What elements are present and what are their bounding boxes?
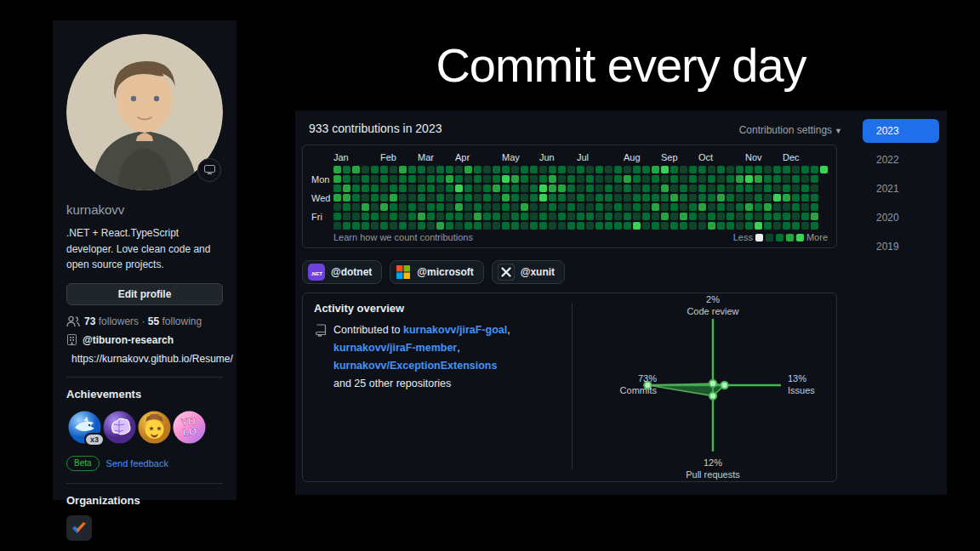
contribution-cell[interactable]	[745, 203, 753, 211]
contribution-cell[interactable]	[558, 213, 566, 220]
contribution-cell[interactable]	[333, 175, 341, 183]
contribution-cell[interactable]	[427, 185, 435, 192]
contribution-cell[interactable]	[446, 203, 453, 211]
contribution-cell[interactable]	[652, 194, 659, 202]
contribution-cell[interactable]	[502, 194, 510, 202]
contribution-cell[interactable]	[493, 203, 500, 211]
contribution-cell[interactable]	[352, 175, 360, 183]
contribution-cell[interactable]	[624, 222, 631, 230]
contribution-cell[interactable]	[717, 222, 725, 230]
contribution-cell[interactable]	[755, 166, 762, 173]
contribution-cell[interactable]	[352, 213, 360, 220]
contribution-cell[interactable]	[549, 213, 556, 220]
contribution-cell[interactable]	[455, 194, 463, 202]
contribution-cell[interactable]	[792, 166, 800, 173]
contribution-cell[interactable]	[352, 194, 360, 202]
contribution-cell[interactable]	[418, 185, 425, 192]
contribution-cell[interactable]	[605, 194, 612, 202]
contribution-cell[interactable]	[567, 203, 575, 211]
contribution-cell[interactable]	[464, 213, 472, 220]
contribution-cell[interactable]	[399, 166, 407, 173]
achievement-galaxy-brain-badge[interactable]	[101, 409, 138, 446]
contribution-cell[interactable]	[549, 203, 556, 211]
org-handle[interactable]: @tiburon-research	[83, 334, 174, 346]
contribution-cell[interactable]	[624, 194, 631, 202]
contribution-cell[interactable]	[698, 213, 706, 220]
contribution-cell[interactable]	[642, 222, 650, 230]
contribution-cell[interactable]	[717, 194, 725, 202]
contribution-cell[interactable]	[399, 222, 407, 230]
contribution-cell[interactable]	[689, 222, 697, 230]
contribution-cell[interactable]	[464, 194, 472, 202]
contribution-cell[interactable]	[811, 213, 818, 220]
contribution-cell[interactable]	[801, 194, 809, 202]
contribution-cell[interactable]	[474, 175, 481, 183]
contribution-cell[interactable]	[521, 222, 528, 230]
contribution-cell[interactable]	[549, 175, 556, 183]
website-row[interactable]: https://kurnakovv.github.io/Resume/	[66, 353, 223, 365]
contribution-cell[interactable]	[670, 166, 678, 173]
contribution-cell[interactable]	[745, 166, 753, 173]
contribution-cell[interactable]	[343, 175, 350, 183]
contribution-cell[interactable]	[530, 222, 538, 230]
contribution-cell[interactable]	[717, 213, 725, 220]
contribution-cell[interactable]	[773, 166, 781, 173]
contribution-cell[interactable]	[755, 213, 762, 220]
contribution-cell[interactable]	[502, 213, 510, 220]
contribution-cell[interactable]	[521, 175, 528, 183]
contribution-cell[interactable]	[427, 203, 435, 211]
contribution-cell[interactable]	[633, 175, 641, 183]
contribution-cell[interactable]	[521, 194, 528, 202]
contribution-cell[interactable]	[726, 185, 734, 192]
contribution-cell[interactable]	[390, 203, 397, 211]
contribution-cell[interactable]	[446, 213, 453, 220]
contribution-cell[interactable]	[577, 194, 584, 202]
contribution-cell[interactable]	[558, 185, 566, 192]
contribution-cell[interactable]	[680, 213, 687, 220]
contribution-cell[interactable]	[764, 166, 772, 173]
contribution-cell[interactable]	[764, 213, 772, 220]
contribution-cell[interactable]	[502, 185, 510, 192]
contribution-cell[interactable]	[333, 194, 341, 202]
contribution-cell[interactable]	[783, 166, 790, 173]
contribution-cell[interactable]	[801, 185, 809, 192]
contribution-cell[interactable]	[577, 166, 584, 173]
contribution-cell[interactable]	[352, 166, 360, 173]
contribution-cell[interactable]	[493, 185, 500, 192]
contribution-cell[interactable]	[511, 222, 519, 230]
contribution-cell[interactable]	[418, 194, 425, 202]
contribution-cell[interactable]	[726, 213, 734, 220]
contribution-cell[interactable]	[661, 175, 669, 183]
contribution-cell[interactable]	[483, 222, 491, 230]
contribution-cell[interactable]	[333, 203, 341, 211]
contribution-cell[interactable]	[689, 185, 697, 192]
contribution-cell[interactable]	[783, 175, 790, 183]
contribution-cell[interactable]	[680, 203, 687, 211]
year-2019[interactable]: 2019	[863, 235, 939, 258]
contribution-cell[interactable]	[633, 222, 641, 230]
contribution-cell[interactable]	[446, 222, 453, 230]
contribution-settings-dropdown[interactable]: Contribution settings▼	[739, 124, 842, 136]
contribution-cell[interactable]	[755, 194, 762, 202]
contribution-cell[interactable]	[652, 222, 659, 230]
contribution-cell[interactable]	[708, 213, 715, 220]
contribution-cell[interactable]	[811, 175, 818, 183]
contribution-cell[interactable]	[474, 185, 481, 192]
contribution-cell[interactable]	[661, 185, 669, 192]
contribution-cell[interactable]	[801, 213, 809, 220]
contribution-cell[interactable]	[614, 166, 622, 173]
contribution-cell[interactable]	[380, 194, 388, 202]
contribution-cell[interactable]	[352, 222, 360, 230]
contribution-cell[interactable]	[483, 185, 491, 192]
contribution-cell[interactable]	[493, 166, 500, 173]
contribution-cell[interactable]	[436, 213, 444, 220]
contribution-cell[interactable]	[539, 185, 547, 192]
contribution-cell[interactable]	[427, 175, 435, 183]
contribution-cell[interactable]	[352, 185, 360, 192]
contribution-cell[interactable]	[418, 166, 425, 173]
achievement-yolo-badge[interactable]: YOLO	[171, 409, 208, 446]
contribution-cell[interactable]	[586, 166, 594, 173]
contribution-cell[interactable]	[530, 185, 538, 192]
contribution-cell[interactable]	[801, 203, 809, 211]
contribution-cell[interactable]	[333, 185, 341, 192]
